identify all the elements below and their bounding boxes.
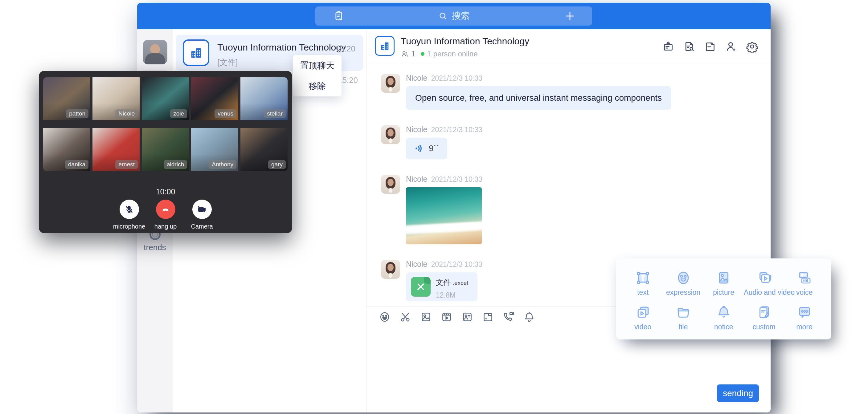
camera-button[interactable] bbox=[192, 200, 212, 219]
microphone-control: microphone bbox=[111, 200, 147, 230]
screenshot-icon[interactable] bbox=[399, 311, 411, 323]
expression-icon bbox=[675, 269, 692, 286]
participant-tile[interactable]: Nicole bbox=[92, 77, 140, 120]
popup-item-more[interactable]: more bbox=[784, 302, 825, 337]
file-name: 文件 bbox=[436, 278, 451, 286]
participant-tile[interactable]: venus bbox=[191, 77, 238, 120]
participant-tile[interactable]: patton bbox=[43, 77, 90, 120]
chat-header: Tuoyun Information Technology 1 1 person… bbox=[367, 29, 771, 63]
hangup-label: hang up bbox=[147, 223, 184, 230]
popup-label: expression bbox=[663, 288, 704, 297]
microphone-button[interactable] bbox=[120, 200, 139, 219]
members-icon bbox=[401, 50, 409, 58]
video-file-icon bbox=[635, 304, 651, 321]
voice-icon bbox=[796, 269, 813, 286]
hangup-button[interactable] bbox=[156, 200, 176, 219]
popup-item-audio-video[interactable]: Audio and video bbox=[744, 268, 784, 302]
conversation-title: Tuoyun Information Technology bbox=[217, 42, 346, 53]
popup-label: more bbox=[784, 323, 825, 331]
picture-icon[interactable] bbox=[420, 311, 432, 323]
call-controls: microphone hang up Camer bbox=[39, 200, 292, 230]
popup-item-voice[interactable]: voice bbox=[784, 268, 825, 302]
popup-item-custom[interactable]: custom bbox=[744, 302, 784, 337]
contact-card-icon[interactable] bbox=[461, 311, 473, 323]
participant-name: aldrich bbox=[164, 160, 187, 169]
participant-tile[interactable]: stellar bbox=[241, 77, 287, 120]
sender-avatar[interactable] bbox=[381, 174, 400, 194]
participant-tile[interactable]: ernest bbox=[92, 128, 140, 171]
picture-icon bbox=[715, 269, 732, 286]
participant-name: venus bbox=[215, 109, 237, 118]
wave-foam bbox=[406, 221, 482, 235]
participant-name: danika bbox=[65, 160, 89, 169]
participant-tile[interactable]: gary bbox=[241, 128, 287, 171]
message-image: Nicole 2021/12/3 10:33 bbox=[381, 174, 771, 244]
send-button[interactable]: sending bbox=[717, 384, 759, 402]
message-voice: Nicole 2021/12/3 10:33 9`` bbox=[381, 125, 771, 159]
popup-label: notice bbox=[704, 323, 744, 331]
participant-tile[interactable]: zole bbox=[142, 77, 189, 120]
search-history-icon[interactable] bbox=[683, 40, 695, 53]
mic-off-icon bbox=[124, 204, 134, 214]
search-bar[interactable]: 搜索 bbox=[315, 6, 592, 26]
excel-file-icon bbox=[411, 277, 431, 297]
participant-tile[interactable]: aldrich bbox=[142, 128, 189, 171]
context-menu: 置顶聊天 移除 bbox=[293, 55, 342, 96]
custom-icon bbox=[756, 304, 772, 321]
topbar: 搜索 bbox=[137, 3, 771, 29]
conversation-time: 15:20 bbox=[335, 44, 355, 54]
files-icon[interactable] bbox=[704, 40, 716, 53]
announcement-icon[interactable] bbox=[662, 40, 675, 53]
participant-name: ernest bbox=[115, 160, 138, 169]
folder-icon[interactable] bbox=[482, 311, 494, 323]
video-icon[interactable] bbox=[440, 311, 453, 323]
chat-title: Tuoyun Information Technology bbox=[401, 36, 529, 46]
popup-item-file[interactable]: file bbox=[663, 302, 704, 337]
message-timestamp: 2021/12/3 10:33 bbox=[431, 126, 482, 134]
context-menu-remove[interactable]: 移除 bbox=[293, 76, 342, 96]
user-avatar[interactable] bbox=[143, 40, 167, 64]
sender-avatar[interactable] bbox=[381, 260, 400, 279]
participant-tile[interactable]: Anthony bbox=[191, 128, 238, 171]
video-call-icon[interactable] bbox=[502, 311, 515, 323]
page: 搜索 trends bbox=[0, 0, 868, 414]
popup-item-expression[interactable]: expression bbox=[663, 268, 704, 302]
audio-video-icon bbox=[756, 269, 772, 286]
text-bubble[interactable]: Open source, free, and universal instant… bbox=[406, 86, 671, 110]
sender-name: Nicole bbox=[406, 174, 427, 184]
popup-item-notice[interactable]: notice bbox=[704, 302, 744, 337]
voice-wave-icon bbox=[414, 143, 425, 154]
trends-label: trends bbox=[137, 243, 173, 252]
message-timestamp: 2021/12/3 10:33 bbox=[431, 260, 482, 268]
more-icon bbox=[796, 304, 813, 321]
participant-tile[interactable]: danika bbox=[43, 128, 90, 171]
file-folder-icon bbox=[675, 304, 692, 321]
popup-item-video[interactable]: video bbox=[623, 302, 663, 337]
file-bubble[interactable]: 文件 .excel 12.8M bbox=[406, 272, 477, 301]
sender-avatar[interactable] bbox=[381, 125, 400, 144]
camera-control: Camera bbox=[184, 200, 220, 230]
group-avatar[interactable] bbox=[375, 36, 395, 56]
image-attachment[interactable] bbox=[406, 187, 482, 244]
message-timestamp: 2021/12/3 10:33 bbox=[431, 74, 482, 83]
building-icon bbox=[189, 45, 203, 60]
camera-off-icon bbox=[197, 204, 207, 214]
add-icon[interactable] bbox=[564, 10, 576, 23]
member-count: 1 bbox=[411, 50, 415, 58]
notes-icon[interactable] bbox=[333, 10, 345, 23]
emoji-icon[interactable] bbox=[378, 311, 391, 323]
popup-item-picture[interactable]: picture bbox=[704, 268, 744, 302]
settings-icon[interactable] bbox=[746, 40, 758, 53]
popup-label: voice bbox=[784, 288, 825, 297]
voice-bubble[interactable]: 9`` bbox=[406, 138, 447, 159]
popup-item-text[interactable]: text bbox=[623, 268, 663, 302]
popup-label: picture bbox=[704, 288, 744, 297]
sender-avatar[interactable] bbox=[381, 74, 400, 93]
message-input-area[interactable]: sending bbox=[367, 327, 771, 412]
context-menu-pin[interactable]: 置顶聊天 bbox=[293, 55, 342, 76]
popup-label: custom bbox=[744, 323, 784, 331]
online-dot bbox=[421, 52, 425, 56]
search-placeholder: 搜索 bbox=[452, 10, 470, 22]
notification-icon[interactable] bbox=[523, 311, 535, 323]
add-member-icon[interactable] bbox=[725, 40, 737, 53]
